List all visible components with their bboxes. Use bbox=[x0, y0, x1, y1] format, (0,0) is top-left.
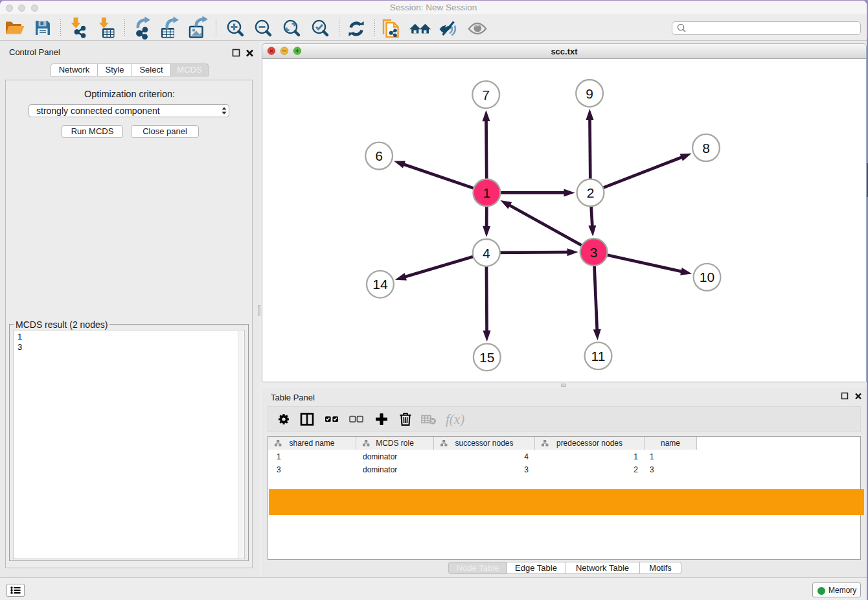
svg-text:4: 4 bbox=[482, 246, 490, 260]
svg-text:7: 7 bbox=[482, 87, 490, 102]
svg-text:11: 11 bbox=[591, 349, 605, 363]
svg-text:3: 3 bbox=[589, 245, 597, 260]
svg-text:14: 14 bbox=[372, 277, 388, 292]
svg-text:2: 2 bbox=[586, 185, 594, 200]
svg-text:6: 6 bbox=[375, 149, 383, 164]
svg-text:15: 15 bbox=[479, 350, 494, 365]
svg-text:1: 1 bbox=[483, 185, 490, 200]
svg-text:f(x): f(x) bbox=[446, 411, 464, 427]
svg-text:9: 9 bbox=[586, 86, 593, 101]
svg-text:8: 8 bbox=[702, 141, 710, 156]
svg-text:10: 10 bbox=[699, 270, 714, 285]
